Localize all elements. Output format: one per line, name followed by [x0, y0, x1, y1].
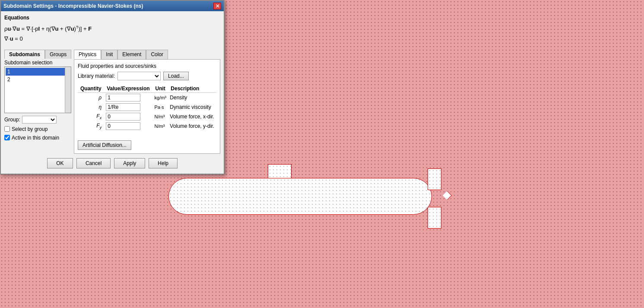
equation-2: ∇·u = 0 — [4, 35, 220, 44]
left-panel-tabs: Subdomains Groups — [4, 50, 71, 59]
tab-physics[interactable]: Physics — [74, 50, 101, 59]
table-row: ρ kg/m³ Density — [78, 92, 216, 102]
qty-fy: Fy — [78, 121, 104, 131]
val-eta — [104, 102, 152, 112]
submarine-shape — [168, 164, 462, 233]
library-material-row: Library material: Load... — [78, 72, 216, 80]
apply-button[interactable]: Apply — [114, 158, 145, 168]
load-button[interactable]: Load... — [163, 72, 189, 80]
propeller — [443, 191, 452, 200]
dialog-title: Subdomain Settings - Incompressible Navi… — [3, 3, 143, 9]
val-fy — [104, 121, 152, 131]
input-fx[interactable] — [106, 113, 140, 121]
select-by-group-label: Select by group — [12, 126, 48, 132]
group-row: Group: — [4, 116, 71, 124]
select-by-group-checkbox[interactable] — [4, 126, 10, 132]
col-value: Value/Expression — [104, 85, 152, 93]
equation-1: ρu·∇u = ∇·[-pI + η(∇u + (∇u)T)] + F — [4, 24, 220, 34]
right-panel: Physics Init Element Color Fluid propert… — [74, 50, 220, 154]
unit-eta: Pa·s — [153, 102, 168, 112]
panels-area: Subdomains Groups Subdomain selection 1 … — [4, 50, 220, 154]
table-row: η Pa·s Dynamic viscosity — [78, 102, 216, 112]
fluid-props-label: Fluid properties and sources/sinks — [78, 63, 216, 69]
close-button[interactable]: ✕ — [213, 3, 221, 10]
val-rho — [104, 92, 152, 102]
group-dropdown[interactable] — [22, 116, 57, 124]
tab-color[interactable]: Color — [146, 50, 168, 59]
artificial-diffusion-button[interactable]: Artificial Diffusion... — [78, 140, 131, 150]
library-material-label: Library material: — [78, 73, 115, 79]
col-description: Description — [168, 85, 216, 93]
left-panel: Subdomains Groups Subdomain selection 1 … — [4, 50, 71, 154]
equations-area: ρu·∇u = ∇·[-pI + η(∇u + (∇u)T)] + F ∇·u … — [4, 22, 220, 48]
library-material-select[interactable] — [117, 72, 161, 80]
active-in-domain-checkbox[interactable] — [4, 135, 10, 140]
desc-rho: Density — [168, 92, 216, 102]
qty-fx: Fx — [78, 112, 104, 121]
qty-rho: ρ — [78, 92, 104, 102]
subdomain-settings-dialog: Subdomain Settings - Incompressible Navi… — [0, 0, 225, 175]
col-quantity: Quantity — [78, 85, 104, 93]
active-in-domain-row: Active in this domain — [4, 135, 71, 141]
artificial-diff-container: Artificial Diffusion... — [78, 136, 216, 150]
select-by-group-row: Select by group — [4, 126, 71, 132]
subdomain-list-wrapper: 1 2 — [4, 67, 71, 113]
tab-element[interactable]: Element — [117, 50, 146, 59]
tab-init[interactable]: Init — [101, 50, 117, 59]
desc-fx: Volume force, x-dir. — [168, 112, 216, 121]
input-fy[interactable] — [106, 122, 140, 130]
unit-fy: N/m³ — [153, 121, 168, 131]
input-eta[interactable] — [106, 103, 140, 111]
submarine-body — [168, 178, 432, 215]
unit-fx: N/m³ — [153, 112, 168, 121]
input-rho[interactable] — [106, 94, 140, 102]
unit-rho: kg/m³ — [153, 92, 168, 102]
dialog-buttons: OK Cancel Apply Help — [4, 158, 220, 170]
equations-label: Equations — [4, 15, 220, 21]
col-unit: Unit — [153, 85, 168, 93]
tab-groups[interactable]: Groups — [45, 50, 71, 59]
table-row: Fy N/m³ Volume force, y-dir. — [78, 121, 216, 131]
list-scrollbar[interactable] — [65, 67, 71, 113]
bottom-fin — [428, 207, 441, 229]
dialog-titlebar: Subdomain Settings - Incompressible Navi… — [1, 1, 224, 11]
val-fx — [104, 112, 152, 121]
subdomain-item-1[interactable]: 1 — [6, 68, 70, 76]
active-in-domain-label: Active in this domain — [12, 135, 59, 141]
ok-button[interactable]: OK — [47, 158, 73, 168]
desc-fy: Volume force, y-dir. — [168, 121, 216, 131]
right-panel-tabs: Physics Init Element Color — [74, 50, 220, 59]
subdomain-item-2[interactable]: 2 — [6, 76, 70, 83]
tab-subdomains[interactable]: Subdomains — [4, 50, 45, 59]
dialog-body: Equations ρu·∇u = ∇·[-pI + η(∇u + (∇u)T)… — [1, 11, 224, 174]
subdomain-selection-label: Subdomain selection — [4, 60, 71, 66]
top-fin — [428, 168, 441, 190]
subdomain-list[interactable]: 1 2 — [5, 67, 71, 110]
properties-table: Quantity Value/Expression Unit Descripti… — [78, 85, 216, 131]
table-row: Fx N/m³ Volume force, x-dir. — [78, 112, 216, 121]
group-label: Group: — [4, 117, 20, 123]
desc-eta: Dynamic viscosity — [168, 102, 216, 112]
help-button[interactable]: Help — [149, 158, 178, 168]
qty-eta: η — [78, 102, 104, 112]
cancel-button[interactable]: Cancel — [76, 158, 111, 168]
tab-physics-content: Fluid properties and sources/sinks Libra… — [74, 59, 220, 154]
